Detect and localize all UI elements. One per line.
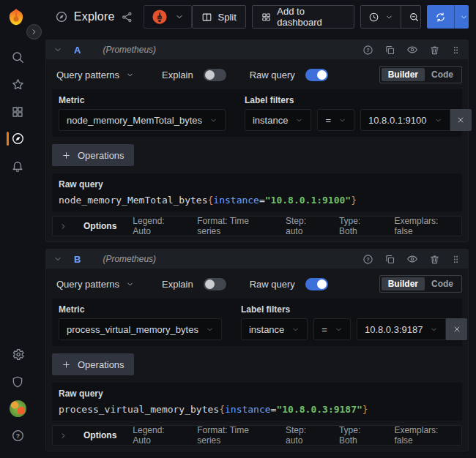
chevron-down-icon <box>335 326 343 334</box>
sidebar-item-server-admin[interactable] <box>0 368 35 395</box>
raw-query-code: process_virtual_memory_bytes{instance="1… <box>59 404 455 415</box>
options-title: Options <box>83 430 116 440</box>
sidebar-item-explore[interactable] <box>0 125 35 152</box>
label-filters-label: Label filters <box>241 304 476 315</box>
drag-handle-icon[interactable] <box>451 254 461 265</box>
query-toolbar-b: Query patterns Explain Raw query Builder… <box>52 274 462 294</box>
nav-sidebar: ? <box>0 34 35 458</box>
options-row-a[interactable]: Options Legend: Auto Format: Time series… <box>52 216 462 236</box>
operations-label: Operations <box>78 150 124 161</box>
explain-toggle[interactable] <box>204 69 226 81</box>
metric-select[interactable]: process_virtual_memory_bytes <box>59 318 222 340</box>
metric-label: Metric <box>59 304 222 315</box>
query-header-a[interactable]: A (Prometheus) ? <box>46 40 468 59</box>
raw-query-label: Raw query <box>59 388 455 399</box>
sidebar-item-settings[interactable] <box>0 341 35 368</box>
sidebar-item-help[interactable]: ? <box>0 422 35 449</box>
query-patterns-dropdown[interactable]: Query patterns <box>52 279 138 290</box>
chevron-down-icon <box>295 116 303 124</box>
chevron-down-icon <box>430 326 438 334</box>
filter-key-select[interactable]: instance <box>245 109 311 131</box>
sidebar-item-starred[interactable] <box>0 71 35 98</box>
query-body-b: Query patterns Explain Raw query Builder… <box>46 269 468 451</box>
remove-filter-button[interactable] <box>446 318 467 340</box>
operations-button[interactable]: Operations <box>52 353 134 375</box>
query-editor-row-a: A (Prometheus) ? <box>45 40 469 242</box>
dashboard-grid-icon <box>261 12 271 23</box>
svg-text:?: ? <box>15 432 19 440</box>
sidebar-item-profile[interactable] <box>0 395 35 422</box>
builder-mode-tab[interactable]: Builder <box>382 277 425 290</box>
sidebar-expand-button[interactable] <box>26 24 42 40</box>
raw-query-code: node_memory_MemTotal_bytes{instance="10.… <box>59 195 455 206</box>
raw-query-toggle[interactable] <box>305 278 328 290</box>
sidebar-item-search[interactable] <box>0 44 35 71</box>
options-row-b[interactable]: Options Legend: Auto Format: Time series… <box>52 425 462 446</box>
collapse-chevron-icon[interactable] <box>53 45 62 54</box>
raw-query-toggle[interactable] <box>305 69 328 81</box>
collapse-chevron-icon[interactable] <box>53 255 62 263</box>
zoom-out-time-button[interactable] <box>401 6 421 28</box>
run-query-interval-dropdown[interactable] <box>454 5 469 29</box>
filter-value-select[interactable]: 10.8.0.3:9187 <box>357 318 447 340</box>
drag-handle-icon[interactable] <box>451 45 461 56</box>
options-exemplars: Exemplars: false <box>394 216 455 236</box>
grafana-logo[interactable] <box>0 7 33 26</box>
options-title: Options <box>83 221 116 231</box>
sidebar-item-alerting[interactable] <box>0 152 35 179</box>
run-query-button[interactable] <box>427 5 454 29</box>
time-picker-button[interactable] <box>361 6 401 28</box>
code-string-value: "10.8.0.3:9187" <box>276 404 362 415</box>
filter-operator-value: = <box>325 115 331 126</box>
svg-text:?: ? <box>366 257 369 263</box>
remove-query-trash-icon[interactable] <box>429 45 440 56</box>
query-patterns-dropdown[interactable]: Query patterns <box>52 70 138 80</box>
remove-filter-button[interactable] <box>450 109 472 131</box>
code-brace-open: { <box>219 404 225 415</box>
time-range-group <box>360 5 421 29</box>
operations-button[interactable]: Operations <box>52 144 134 166</box>
code-mode-tab[interactable]: Code <box>425 68 460 81</box>
metric-select[interactable]: node_memory_MemTotal_bytes <box>59 109 226 131</box>
query-header-b[interactable]: B (Prometheus) ? <box>46 249 468 269</box>
explain-toggle[interactable] <box>204 278 226 290</box>
datasource-picker[interactable] <box>144 5 192 29</box>
query-help-icon[interactable]: ? <box>362 45 373 56</box>
raw-query-toggle-label: Raw query <box>250 70 295 80</box>
sidebar-item-dashboards[interactable] <box>0 98 35 125</box>
query-help-icon[interactable]: ? <box>362 254 373 265</box>
query-ref-id[interactable]: B <box>74 254 81 265</box>
query-patterns-label: Query patterns <box>56 279 119 290</box>
explore-compass-icon <box>55 10 68 23</box>
filter-key-select[interactable]: instance <box>241 318 308 340</box>
refresh-icon <box>435 12 446 23</box>
code-mode-tab[interactable]: Code <box>425 277 460 290</box>
query-datasource-hint: (Prometheus) <box>103 45 156 55</box>
duplicate-query-icon[interactable] <box>384 45 395 56</box>
filter-operator-select[interactable]: = <box>313 318 351 340</box>
disable-query-eye-icon[interactable] <box>406 44 418 56</box>
metric-field: Metric node_memory_MemTotal_bytes <box>59 95 226 131</box>
remove-query-trash-icon[interactable] <box>429 254 440 265</box>
shield-icon <box>11 375 24 388</box>
search-icon <box>11 50 25 64</box>
duplicate-query-icon[interactable] <box>384 254 395 265</box>
filter-value-select[interactable]: 10.8.0.1:9100 <box>360 109 450 131</box>
help-icon: ? <box>11 429 25 443</box>
options-legend: Legend: Auto <box>133 425 181 446</box>
disable-query-eye-icon[interactable] <box>406 253 418 265</box>
code-metric: node_memory_MemTotal_bytes <box>59 195 208 206</box>
add-to-dashboard-button[interactable]: Add to dashboard <box>252 5 354 29</box>
share-icon[interactable] <box>121 11 133 23</box>
options-exemplars: Exemplars: false <box>394 425 455 446</box>
options-step: Step: auto <box>286 216 323 236</box>
raw-query-block-b: Raw query process_virtual_memory_bytes{i… <box>52 383 462 421</box>
chevron-down-icon <box>126 280 134 288</box>
svg-text:?: ? <box>366 48 369 53</box>
query-ref-id[interactable]: A <box>74 45 81 56</box>
split-button[interactable]: Split <box>192 5 246 29</box>
filter-operator-select[interactable]: = <box>317 109 354 131</box>
builder-mode-tab[interactable]: Builder <box>382 68 425 81</box>
metric-value: node_memory_MemTotal_bytes <box>67 115 202 126</box>
query-patterns-label: Query patterns <box>56 70 119 80</box>
